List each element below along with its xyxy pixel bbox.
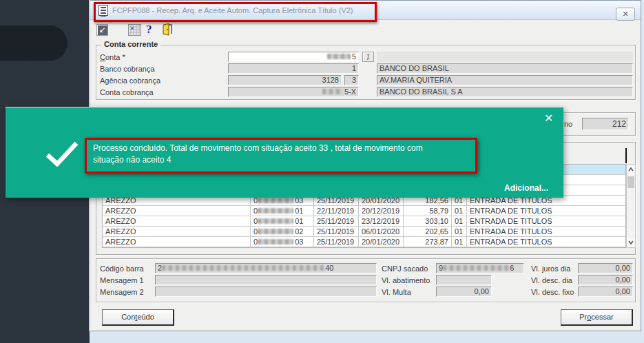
agencia-cobranca-desc: AV.MARIA QUITERIA (377, 75, 633, 85)
conta-corrente-legend: Conta corrente (101, 40, 160, 48)
retorno-label-fragment: no (564, 120, 572, 128)
window-close-button[interactable]: ✕ (616, 8, 635, 21)
retorno-count-field: 212 (582, 118, 629, 130)
redacted-value (327, 54, 351, 59)
agencia-cobranca-label: Agência cobrança (100, 76, 160, 85)
banco-cobranca-field: 1 (228, 63, 359, 74)
table-row[interactable]: AREZZO 001 25/11/2019 23/12/2019 303,10 … (103, 216, 625, 227)
conta-cobranca-desc: BANCO DO BRASIL S A (377, 87, 633, 97)
vl-desc-dia-field: 0,00 (578, 275, 633, 285)
agencia-cobranca-field: 3128 (228, 75, 342, 85)
run-icon[interactable]: ↙ (96, 24, 108, 36)
toast-message-line2: situação não aceito 4 (93, 154, 475, 166)
agencia-digito-field: 3 (344, 75, 359, 85)
codigo-barra-field: 240 (155, 263, 377, 273)
adicional-link[interactable]: Adicional... (504, 183, 548, 193)
conta-field[interactable]: 5 (228, 52, 359, 62)
vl-juros-dia-field: 0,00 (578, 263, 633, 273)
vl-multa-label: Vl. Multa (382, 288, 411, 296)
table-row[interactable]: AREZZO 003 25/11/2019 20/01/2020 273,87 … (103, 237, 625, 247)
vl-abatimento-label: Vl. abatimento (382, 276, 430, 284)
vl-multa-field: 0,00 (436, 287, 492, 297)
help-icon[interactable]: ? (146, 23, 152, 37)
scroll-up-icon[interactable] (627, 165, 635, 174)
table-row[interactable]: AREZZO 001 22/11/2019 20/12/2019 58,79 0… (103, 206, 625, 216)
conta-desc-area (377, 52, 633, 62)
mensagem2-label: Mensagem 2 (100, 288, 144, 296)
conta-lookup-button[interactable]: ⁒ (362, 52, 374, 62)
scrollbar-thumb[interactable] (627, 176, 634, 188)
header-cursor-line (625, 148, 627, 163)
conta-label: Conta * (100, 53, 125, 61)
vl-desc-fixo-field: 0,00 (578, 287, 633, 297)
success-check-icon (45, 141, 79, 168)
vl-desc-fixo-label: Vl. desc. fixo (531, 288, 574, 296)
toolbar: ↙ ? (90, 21, 641, 41)
toast-close-icon[interactable]: ✕ (544, 112, 553, 125)
conta-cobranca-label: Conta cobrança (100, 88, 154, 96)
toast-message-line1: Processo concluído. Total de movimento c… (93, 143, 475, 154)
desktop-strip (90, 331, 644, 343)
title-annotation-box (94, 2, 377, 22)
conteudo-button[interactable]: Conteúdo (102, 309, 174, 326)
conta-cobranca-field: 5-X (228, 87, 359, 97)
banco-cobranca-label: Banco cobrança (100, 65, 155, 73)
cnpj-sacado-field: 96 (436, 263, 524, 273)
banco-cobranca-desc: BANCO DO BRASIL (377, 63, 633, 74)
calendar-icon[interactable] (128, 24, 141, 37)
codigo-barra-label: Código barra (100, 264, 144, 273)
exit-door-icon[interactable] (161, 23, 173, 37)
vl-desc-dia-label: Vl. desc. dia (531, 276, 572, 284)
message-annotation-box: Processo concluído. Total de movimento c… (85, 138, 477, 174)
scroll-down-icon[interactable] (627, 238, 635, 247)
mensagem2-field (155, 287, 377, 297)
table-vertical-scrollbar[interactable] (626, 164, 636, 248)
vl-abatimento-field (436, 275, 492, 285)
mensagem1-field (155, 275, 377, 285)
processar-button[interactable]: Processar (561, 309, 633, 326)
background-app-button (0, 25, 67, 61)
screen: FCPFP088 - Recep. Arq. e Aceite Autom. C… (0, 0, 644, 343)
cnpj-sacado-label: CNPJ sacado (382, 264, 428, 273)
success-toast: ✕ Processo concluído. Total de movimento… (6, 107, 563, 198)
vl-juros-dia-label: Vl. juros dia (531, 264, 570, 273)
redacted-value (322, 89, 343, 94)
table-row[interactable]: AREZZO 002 25/11/2019 06/01/2020 202,65 … (103, 227, 625, 237)
mensagem1-label: Mensagem 1 (100, 276, 144, 284)
